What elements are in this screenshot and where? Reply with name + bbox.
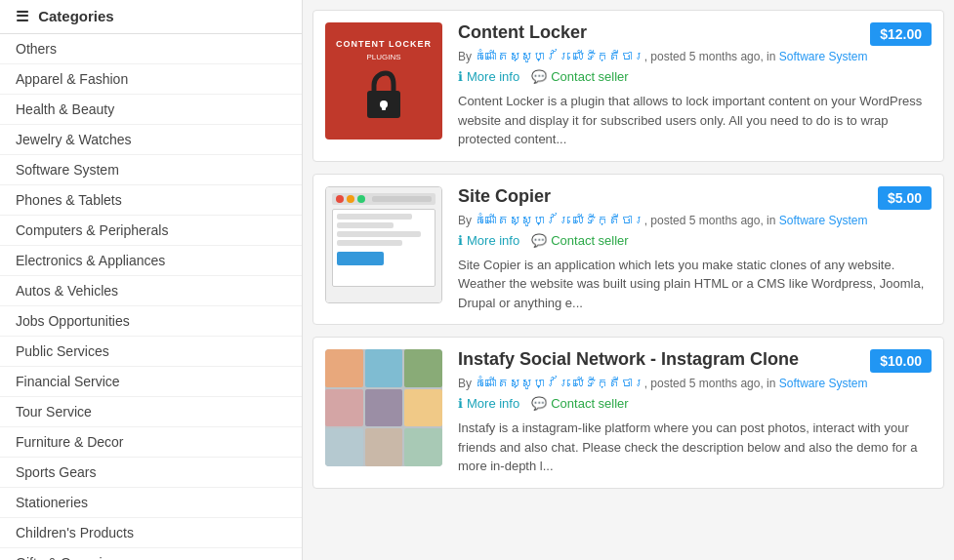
contact-seller-button[interactable]: 💬 Contact seller: [531, 69, 628, 84]
product-image: [325, 349, 442, 466]
product-card-instafy: Instafy Social Network - Instagram Clone…: [312, 337, 944, 489]
chat-icon: 💬: [531, 396, 547, 411]
product-image: CONTENT LOCKER PLUGINS: [325, 22, 442, 140]
product-title-row: Instafy Social Network - Instagram Clone…: [458, 349, 932, 373]
hamburger-icon: ☰: [16, 8, 28, 24]
sidebar-item-health-beauty[interactable]: Health & Beauty: [0, 95, 302, 125]
sidebar-item-childrens-products[interactable]: Children's Products: [0, 518, 302, 548]
product-info: Content Locker $12.00 By គំណើតស្សូហ្វ័រ …: [458, 22, 932, 149]
sidebar-header-label: Categories: [38, 8, 114, 24]
product-meta: By គំណើតស្សូហ្វ័រ លើទីក្តីចារ, posted 5 …: [458, 377, 932, 390]
product-title: Content Locker: [458, 22, 587, 43]
more-info-button[interactable]: ℹ More info: [458, 396, 519, 411]
chat-icon: 💬: [531, 233, 547, 248]
product-card-content-locker: CONTENT LOCKER PLUGINS Content Locker $1…: [312, 10, 944, 162]
sidebar-header: ☰ Categories: [0, 0, 302, 34]
sidebar-item-software-system[interactable]: Software System: [0, 155, 302, 185]
more-info-label: More info: [467, 396, 519, 411]
product-title: Site Copier: [458, 186, 551, 207]
product-image: [325, 186, 442, 303]
product-category-link[interactable]: Software System: [779, 214, 868, 227]
contact-label: Contact seller: [551, 69, 628, 84]
sidebar-item-autos-vehicles[interactable]: Autos & Vehicles: [0, 276, 302, 306]
product-info: Site Copier $5.00 By គំណើតស្សូហ្វ័រ លើទី…: [458, 186, 932, 313]
sidebar-item-computers-peripherals[interactable]: Computers & Peripherals: [0, 216, 302, 246]
info-icon: ℹ: [458, 233, 463, 248]
more-info-button[interactable]: ℹ More info: [458, 69, 519, 84]
product-actions: ℹ More info 💬 Contact seller: [458, 396, 932, 411]
product-card-site-copier: Site Copier $5.00 By គំណើតស្សូហ្វ័រ លើទី…: [312, 174, 944, 326]
sidebar-item-financial-service[interactable]: Financial Service: [0, 367, 302, 397]
product-title-row: Content Locker $12.00: [458, 22, 932, 46]
sidebar-item-stationeries[interactable]: Stationeries: [0, 488, 302, 518]
sidebar-item-sports-gears[interactable]: Sports Gears: [0, 458, 302, 488]
lock-svg: [359, 69, 408, 123]
info-icon: ℹ: [458, 396, 463, 411]
main-content: CONTENT LOCKER PLUGINS Content Locker $1…: [303, 0, 954, 560]
product-category-link[interactable]: Software System: [779, 377, 868, 390]
sidebar-item-others[interactable]: Others: [0, 34, 302, 64]
contact-label: Contact seller: [551, 233, 628, 248]
product-title: Instafy Social Network - Instagram Clone: [458, 349, 799, 370]
sidebar-item-electronics-appliances[interactable]: Electronics & Appliances: [0, 246, 302, 276]
contact-seller-button[interactable]: 💬 Contact seller: [531, 233, 628, 248]
contact-seller-button[interactable]: 💬 Contact seller: [531, 396, 628, 411]
sidebar-item-apparel-fashion[interactable]: Apparel & Fashion: [0, 64, 302, 95]
sidebar-item-furniture-decor[interactable]: Furniture & Decor: [0, 427, 302, 458]
product-category-link[interactable]: Software System: [779, 50, 868, 63]
chat-icon: 💬: [531, 69, 547, 84]
sidebar-item-jewelry-watches[interactable]: Jewelry & Watches: [0, 125, 302, 155]
sidebar-item-gifts-occasions[interactable]: Gifts & Occasions: [0, 548, 302, 560]
product-description: Site Copier is an application which lets…: [458, 256, 932, 313]
more-info-label: More info: [467, 69, 519, 84]
product-price: $12.00: [870, 22, 932, 46]
sidebar-item-tour-service[interactable]: Tour Service: [0, 397, 302, 427]
sidebar-item-public-services[interactable]: Public Services: [0, 337, 302, 367]
product-price: $5.00: [878, 186, 932, 210]
product-info: Instafy Social Network - Instagram Clone…: [458, 349, 932, 476]
more-info-button[interactable]: ℹ More info: [458, 233, 519, 248]
product-actions: ℹ More info 💬 Contact seller: [458, 69, 932, 84]
product-author-link[interactable]: គំណើតស្សូហ្វ័រ លើទីក្តីចារ: [475, 377, 643, 390]
product-price: $10.00: [870, 349, 932, 373]
product-author-link[interactable]: គំណើតស្សូហ្វ័រ លើទីក្តីចារ: [475, 50, 643, 63]
contact-label: Contact seller: [551, 396, 628, 411]
product-description: Instafy is a instagram-like platform whe…: [458, 419, 932, 476]
more-info-label: More info: [467, 233, 519, 248]
product-meta: By គំណើតស្សូហ្វ័រ លើទីក្តីចារ, posted 5 …: [458, 214, 932, 227]
sidebar-items-list: OthersApparel & FashionHealth & BeautyJe…: [0, 34, 302, 560]
info-icon: ℹ: [458, 69, 463, 84]
sidebar-item-phones-tablets[interactable]: Phones & Tablets: [0, 185, 302, 216]
products-list: CONTENT LOCKER PLUGINS Content Locker $1…: [312, 10, 944, 489]
product-actions: ℹ More info 💬 Contact seller: [458, 233, 932, 248]
product-description: Content Locker is a plugin that allows t…: [458, 92, 932, 149]
svg-rect-2: [382, 104, 386, 110]
product-title-row: Site Copier $5.00: [458, 186, 932, 210]
product-author-link[interactable]: គំណើតស្សូហ្វ័រ លើទីក្តីចារ: [475, 214, 643, 227]
sidebar: ☰ Categories OthersApparel & FashionHeal…: [0, 0, 303, 560]
sidebar-item-jobs-opportunities[interactable]: Jobs Opportunities: [0, 306, 302, 337]
product-meta: By គំណើតស្សូហ្វ័រ លើទីក្តីចារ, posted 5 …: [458, 50, 932, 63]
